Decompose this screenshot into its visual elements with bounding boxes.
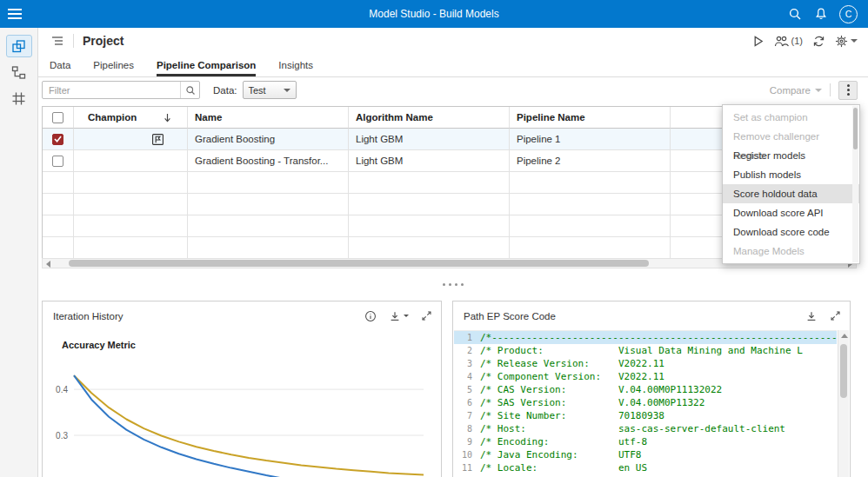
code-line: 1/*-------------------------------------… <box>454 331 837 344</box>
menu-scrollbar-thumb[interactable] <box>853 108 858 149</box>
compare-button: Compare <box>770 85 822 96</box>
filter-search-icon[interactable] <box>180 82 199 98</box>
code-line: 5/* CAS Version: V.04.00M0P11132022 <box>454 383 837 396</box>
page-title: Project <box>83 34 124 48</box>
sidebar-item-exchange[interactable] <box>7 88 31 109</box>
download-code-button[interactable] <box>805 310 818 322</box>
chevron-down-icon <box>815 89 822 92</box>
panel-title: Path EP Score Code <box>464 311 556 321</box>
code-line: 10/* Java Encoding: UTF8 <box>454 448 837 461</box>
code-line: 4/* Component Version: V2022.11 <box>454 370 837 383</box>
menu-scrollbar[interactable] <box>852 106 858 262</box>
row-checkbox-cell <box>43 129 74 150</box>
column-header-pipeline[interactable]: Pipeline Name <box>510 107 671 129</box>
refresh-icon <box>812 35 825 48</box>
search-icon[interactable] <box>787 6 803 22</box>
application-bar: Model Studio - Build Models C <box>0 0 868 28</box>
horizontal-scrollbar-thumb[interactable] <box>69 260 649 267</box>
champion-cell <box>74 129 188 150</box>
chart-title: Accuracy Metric <box>62 340 136 350</box>
menu-item-score-holdout-data[interactable]: Score holdout data <box>723 184 859 203</box>
tab-pipeline-comparison[interactable]: Pipeline Comparison <box>157 60 256 76</box>
maximize-icon[interactable] <box>421 310 432 321</box>
play-icon <box>751 35 765 48</box>
download-chart-button[interactable] <box>389 310 409 322</box>
collaborators-button[interactable]: (1) <box>774 35 803 48</box>
pipeline-flow-icon <box>11 65 26 80</box>
column-header-algorithm[interactable]: Algorithm Name <box>349 107 510 129</box>
score-code-editor[interactable]: 1/*-------------------------------------… <box>454 330 837 477</box>
panel-splitter-handle[interactable] <box>38 268 868 301</box>
menu-item-publish-models[interactable]: Publish models <box>723 165 859 184</box>
data-select-label: Data: <box>213 85 237 96</box>
app-sidebar <box>0 28 38 477</box>
data-select-value: Test <box>249 85 266 96</box>
data-select[interactable]: Test <box>243 81 297 99</box>
column-header-name[interactable]: Name <box>188 107 349 129</box>
project-header: Project (1) <box>38 28 868 54</box>
menu-item-download-score-code[interactable]: Download score code <box>723 222 859 242</box>
svg-text:0.3: 0.3 <box>56 431 68 441</box>
pipeline-cell: Pipeline 1 <box>510 129 671 150</box>
user-avatar[interactable]: C <box>839 5 858 23</box>
info-icon[interactable] <box>364 310 377 322</box>
row-checkbox-cell <box>43 150 74 172</box>
column-header-champion[interactable]: Champion <box>74 107 188 129</box>
menu-item-download-score-api[interactable]: Download score API <box>723 203 859 222</box>
code-line: 2/* Product: Visual Data Mining and Mach… <box>454 344 837 357</box>
pipeline-cell: Pipeline 2 <box>510 150 671 172</box>
tab-data[interactable]: Data <box>50 60 70 76</box>
algorithm-cell: Light GBM <box>349 150 510 172</box>
hamburger-menu-icon[interactable] <box>0 0 30 28</box>
download-icon <box>389 310 401 322</box>
code-line: 7/* Site Number: 70180938 <box>454 409 837 422</box>
header-divider <box>73 34 74 48</box>
code-line: 6/* SAS Version: V.04.00M0P11322 <box>454 396 837 409</box>
iteration-history-panel: Iteration History <box>42 301 442 477</box>
select-all-checkbox[interactable] <box>52 112 63 123</box>
iteration-history-chart: 0.40.30.2 <box>48 354 431 477</box>
sort-descending-icon <box>164 113 171 123</box>
grid-hash-icon <box>11 91 26 106</box>
panel-title: Iteration History <box>53 311 124 321</box>
menu-item-remove-challenger-models: Remove challenger models <box>723 127 859 146</box>
notifications-bell-icon[interactable] <box>813 6 829 22</box>
project-tabs: Data Pipelines Pipeline Comparison Insig… <box>38 54 868 77</box>
chevron-down-icon <box>284 89 290 92</box>
filter-input[interactable] <box>43 85 180 96</box>
row-checkbox-unchecked[interactable] <box>52 156 63 167</box>
algorithm-cell: Light GBM <box>349 129 510 150</box>
chevron-down-icon <box>851 39 858 43</box>
model-studio-app: Model Studio - Build Models C <box>0 0 868 477</box>
more-actions-menu: Set as champion Remove challenger models… <box>722 104 860 264</box>
model-name-cell: Gradient Boosting <box>188 129 349 150</box>
champion-icon <box>151 133 164 146</box>
select-all-cell <box>43 107 74 129</box>
svg-text:0.4: 0.4 <box>56 385 68 394</box>
sidebar-item-build-models[interactable] <box>7 36 31 56</box>
maximize-icon[interactable] <box>830 310 841 321</box>
download-icon <box>805 310 818 322</box>
scroll-left-arrow-icon[interactable] <box>46 261 50 268</box>
tab-insights[interactable]: Insights <box>278 60 313 76</box>
avatar-initial: C <box>845 9 852 19</box>
toolbar-divider <box>830 83 831 96</box>
menu-item-register-models[interactable]: Register models <box>723 146 859 165</box>
more-actions-button[interactable] <box>838 81 858 100</box>
code-line: 11/* Locale: en US <box>454 461 837 474</box>
settings-button[interactable] <box>835 35 858 48</box>
sidebar-item-pipelines[interactable] <box>7 62 31 83</box>
row-checkbox-checked[interactable] <box>52 134 63 145</box>
score-code-panel: Path EP Score Code <box>452 301 851 477</box>
vertical-scrollbar-thumb[interactable] <box>840 344 847 398</box>
project-properties-icon[interactable] <box>50 34 64 48</box>
vertical-scrollbar[interactable] <box>838 330 849 477</box>
scroll-up-arrow-icon[interactable] <box>841 334 848 338</box>
model-name-cell: Gradient Boosting - Transfor... <box>188 150 349 172</box>
tab-pipelines[interactable]: Pipelines <box>93 60 134 76</box>
filter-field <box>42 81 200 99</box>
people-icon <box>774 35 789 48</box>
code-line: 3/* Release Version: V2022.11 <box>454 357 837 370</box>
run-pipeline-button[interactable] <box>751 35 765 48</box>
refresh-button[interactable] <box>812 35 825 48</box>
